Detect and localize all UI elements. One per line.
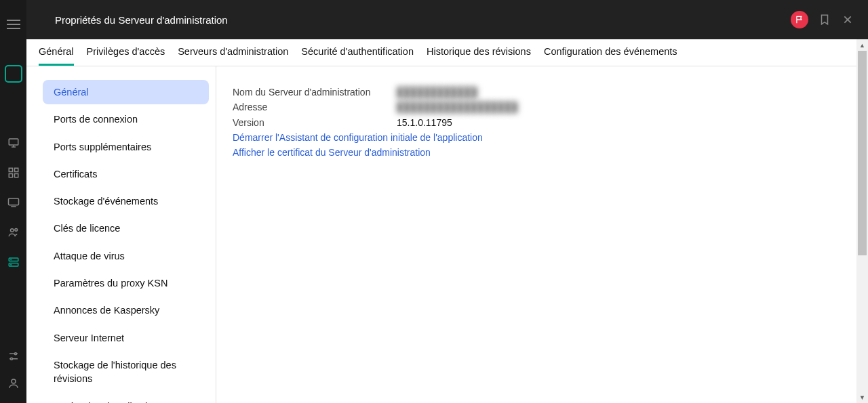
svg-point-6 [10,229,14,232]
svg-rect-1 [9,168,12,171]
tab-admin-servers[interactable]: Serveurs d'administration [178,39,288,66]
svg-rect-2 [14,168,18,171]
close-icon [842,14,853,25]
app-left-rail [0,0,26,403]
tabbar: Général Privilèges d'accès Serveurs d'ad… [26,39,868,66]
tab-event-config[interactable]: Configuration des événements [544,39,677,66]
sidebar-item-connection-ports[interactable]: Ports de connexion [43,107,209,131]
scrollbar-track[interactable] [856,51,868,391]
row-version: Version 15.1.0.11795 [233,116,852,129]
svg-point-10 [10,259,11,260]
sidebar-item-ksn-proxy[interactable]: Paramètres du proxy KSN [43,271,209,295]
sidebar-item-license-keys[interactable]: Clés de licence [43,216,209,240]
detail-panel: Nom du Serveur d'administration ████████… [216,66,868,403]
label-address: Adresse [233,100,397,114]
window-title: Propriétés du Serveur d'administration [55,14,228,26]
flag-button[interactable] [791,11,808,28]
value-address: ██████████████████ [397,100,518,114]
svg-point-11 [10,264,11,265]
flag-icon [795,15,804,24]
tab-privileges[interactable]: Privilèges d'accès [87,39,165,66]
sidebar-item-additional-ports[interactable]: Ports supplémentaires [43,135,209,159]
sidebar-item-revision-storage[interactable]: Stockage de l'historique des révisions [43,353,209,391]
scrollbar-up-arrow[interactable]: ▲ [856,39,868,51]
row-server-name: Nom du Serveur d'administration ████████… [233,85,852,99]
scrollbar-thumb[interactable] [858,51,867,255]
svg-rect-5 [8,198,18,205]
bookmark-button[interactable] [818,13,831,26]
svg-rect-0 [9,139,18,145]
label-version: Version [233,116,397,129]
app-logo [5,65,22,83]
bookmark-icon [818,14,831,26]
sidebar-item-web-server[interactable]: Serveur Internet [43,326,209,350]
main-panel: Propriétés du Serveur d'administration G… [26,0,868,403]
content-area: Général Ports de connexion Ports supplém… [26,66,868,403]
sidebar-item-virus-outbreak[interactable]: Attaque de virus [43,244,209,268]
sidebar: Général Ports de connexion Ports supplém… [26,66,216,403]
titlebar: Propriétés du Serveur d'administration [26,0,868,39]
svg-point-13 [10,358,12,360]
svg-rect-3 [9,174,12,177]
value-server-name: ████████████ [397,85,477,99]
svg-point-12 [14,353,16,355]
nav-icon-server[interactable] [7,256,20,268]
nav-icon-grid[interactable] [7,167,20,179]
tab-general[interactable]: Général [39,39,74,66]
scrollbar-down-arrow[interactable]: ▼ [856,391,868,403]
row-address: Adresse ██████████████████ [233,100,852,114]
nav-icon-monitor[interactable] [7,137,20,149]
link-show-certificate[interactable]: Afficher le certificat du Serveur d'admi… [233,146,852,159]
nav-icon-users[interactable] [7,226,20,238]
sidebar-item-kaspersky-announcements[interactable]: Annonces de Kaspersky [43,298,209,322]
sidebar-item-app-categories[interactable]: Catégories d'applications [43,394,209,403]
menu-icon[interactable] [7,18,20,31]
close-button[interactable] [841,13,854,26]
tab-revision-history[interactable]: Historique des révisions [427,39,531,66]
tab-auth-security[interactable]: Sécurité d'authentification [301,39,414,66]
nav-icon-user[interactable] [7,377,20,389]
sidebar-item-certificates[interactable]: Certificats [43,162,209,186]
link-start-wizard[interactable]: Démarrer l'Assistant de configuration in… [233,131,852,144]
svg-rect-4 [14,174,18,177]
nav-icon-device[interactable] [7,196,20,209]
svg-point-14 [12,379,16,383]
label-server-name: Nom du Serveur d'administration [233,85,397,99]
svg-point-7 [14,228,17,231]
sidebar-item-general[interactable]: Général [43,80,209,104]
sidebar-item-event-storage[interactable]: Stockage d'événements [43,189,209,213]
value-version: 15.1.0.11795 [397,116,452,129]
scrollbar-vertical[interactable]: ▲ ▼ [856,39,868,403]
nav-icon-settings-slider[interactable] [7,350,20,362]
